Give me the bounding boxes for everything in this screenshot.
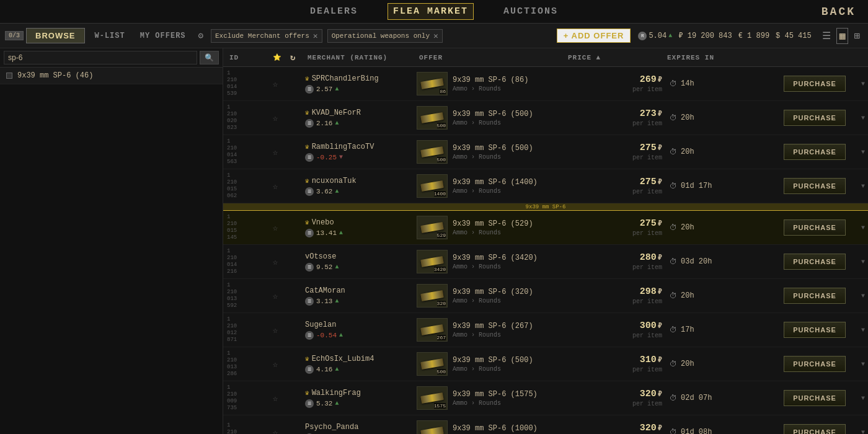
back-button[interactable]: BACK xyxy=(822,6,856,18)
filter-close-merchant[interactable]: ✕ xyxy=(313,31,318,41)
tab-auctions[interactable]: AUCTIONS xyxy=(498,4,563,19)
expires-time: 17h xyxy=(681,326,694,334)
expires-time: 14h xyxy=(681,79,694,88)
purchase-button[interactable]: PURCHASE xyxy=(784,390,846,406)
cell-offer: 86 9x39 mm SP-6 (86) Ammo › Rounds xyxy=(413,69,567,98)
merchant-rating: ☰ 2.57 ▲ xyxy=(305,85,339,94)
favorite-star-icon[interactable]: ☆ xyxy=(273,291,278,301)
rating-icon: ☰ xyxy=(305,229,314,237)
cell-star[interactable]: ☆ xyxy=(267,220,284,236)
price-number: 275 xyxy=(640,177,657,187)
col-expires[interactable]: Expires in xyxy=(663,54,769,61)
search-button[interactable]: 🔍 xyxy=(200,51,219,64)
col-id-label: ID xyxy=(229,54,239,61)
table-row: 1210015062 ☆ ♛ ncuxonaTuk ☰ 3.62 ▲ 1400 xyxy=(223,169,868,203)
expand-arrow-icon[interactable]: ▼ xyxy=(861,259,865,265)
compact-view-icon[interactable]: ⊞ xyxy=(851,28,863,44)
expand-arrow-icon[interactable]: ▼ xyxy=(861,293,865,299)
cell-refresh xyxy=(284,115,301,120)
item-category: Ammo › Rounds xyxy=(453,366,533,373)
expand-arrow-icon[interactable]: ▼ xyxy=(861,224,865,231)
cell-star[interactable]: ☆ xyxy=(267,322,284,338)
col-merchant[interactable]: Merchant (rating) xyxy=(304,54,415,61)
rating-value: 2.16 xyxy=(316,120,332,127)
favorite-star-icon[interactable]: ☆ xyxy=(273,427,278,435)
favorite-star-icon[interactable]: ☆ xyxy=(273,257,278,267)
cell-star[interactable]: ☆ xyxy=(267,76,284,92)
favorite-star-icon[interactable]: ☆ xyxy=(273,325,278,335)
table-row: 1210014216 ☆ vOtsose ☰ 9.52 ▲ 3420 xyxy=(223,245,868,279)
price-number: 269 xyxy=(640,74,657,85)
favorite-star-icon[interactable]: ☆ xyxy=(273,359,278,370)
expand-arrow-icon[interactable]: ▼ xyxy=(861,115,865,122)
expand-arrow-icon[interactable]: ▼ xyxy=(861,395,865,402)
expand-arrow-icon[interactable]: ▼ xyxy=(861,81,865,87)
category-item-sp6[interactable]: 9x39 mm SP-6 (46) xyxy=(0,68,223,84)
cell-star[interactable]: ☆ xyxy=(267,144,284,160)
cell-offer: 1400 9x39 mm SP-6 (1400) Ammo › Rounds xyxy=(413,172,567,200)
purchase-button[interactable]: PURCHASE xyxy=(784,178,846,194)
col-price-label: Price ▲ xyxy=(568,54,601,61)
col-refresh[interactable]: ↻ xyxy=(286,52,304,63)
settings-icon[interactable]: ⚙ xyxy=(196,28,206,43)
purchase-button[interactable]: PURCHASE xyxy=(784,76,846,92)
purchase-button[interactable]: PURCHASE xyxy=(784,356,846,372)
per-item-label: per item xyxy=(632,264,662,271)
expand-arrow-icon[interactable]: ▼ xyxy=(861,327,865,334)
cell-star[interactable]: ☆ xyxy=(267,425,284,435)
item-name: 9x39 mm SP-6 (500) xyxy=(453,144,533,153)
search-input[interactable] xyxy=(4,51,197,64)
cell-star[interactable]: ☆ xyxy=(267,391,284,406)
rating-direction-icon: ▼ xyxy=(339,154,343,161)
expand-arrow-icon[interactable]: ▼ xyxy=(861,361,865,368)
expand-arrow-icon[interactable]: ▼ xyxy=(861,429,865,435)
merchant-name: vOtsose xyxy=(305,252,336,261)
refresh-icon[interactable]: ↻ xyxy=(290,52,296,63)
filter-close-operational[interactable]: ✕ xyxy=(433,31,438,41)
browse-button[interactable]: BROWSE xyxy=(26,28,85,43)
favorite-star-icon[interactable]: ☆ xyxy=(273,181,278,192)
tab-flea-market[interactable]: FLEA MARKET xyxy=(388,3,474,20)
purchase-button[interactable]: PURCHASE xyxy=(784,322,846,338)
cell-star[interactable]: ☆ xyxy=(267,179,284,194)
search-bar: 🔍 xyxy=(0,48,223,68)
cell-star[interactable]: ☆ xyxy=(267,356,284,372)
purchase-button[interactable]: PURCHASE xyxy=(784,424,846,434)
cell-star[interactable]: ☆ xyxy=(267,288,284,304)
table-row: 1210013592 ☆ CatAMoran ☰ 3.13 ▲ 320 xyxy=(223,279,868,313)
purchase-button[interactable]: PURCHASE xyxy=(784,254,846,270)
favorite-star-icon[interactable]: ☆ xyxy=(273,113,278,123)
merchant-rating: ☰ 2.16 ▲ xyxy=(305,119,339,128)
favorite-star-icon[interactable]: ☆ xyxy=(273,147,278,157)
purchase-button[interactable]: PURCHASE xyxy=(784,219,846,236)
wlist-link[interactable]: W-LIST xyxy=(90,29,130,43)
purchase-button[interactable]: PURCHASE xyxy=(784,110,846,126)
rating-icon: ☰ xyxy=(305,365,314,374)
eur-item: € 1 899 xyxy=(738,32,769,40)
purchase-button[interactable]: PURCHASE xyxy=(784,288,846,304)
cell-star[interactable]: ☆ xyxy=(267,110,284,126)
col-offer[interactable]: Offer xyxy=(415,54,564,61)
add-offer-button[interactable]: + ADD OFFER xyxy=(557,29,631,43)
cell-star[interactable]: ☆ xyxy=(267,254,284,270)
grid-view-icon[interactable]: ▦ xyxy=(836,28,849,44)
purchase-button[interactable]: PURCHASE xyxy=(784,144,846,160)
expires-time: 03d 20h xyxy=(681,257,712,266)
list-view-icon[interactable]: ☰ xyxy=(819,28,834,44)
cell-offer: 267 9x39 mm SP-6 (267) Ammo › Rounds xyxy=(413,316,567,344)
cell-merchant: Psycho_Panda ☰ 0.75 ▲ xyxy=(301,420,413,435)
price-value: 275 ₽ xyxy=(640,177,662,187)
my-offers-link[interactable]: MY OFFERS xyxy=(135,29,191,43)
favorite-star-icon[interactable]: ☆ xyxy=(273,393,278,404)
rating-direction-icon: ▲ xyxy=(335,264,339,270)
price-value: 320 ₽ xyxy=(640,423,662,433)
col-price[interactable]: Price ▲ xyxy=(564,54,663,61)
expand-arrow-icon[interactable]: ▼ xyxy=(861,183,865,190)
favorite-star-icon[interactable]: ☆ xyxy=(273,79,278,89)
tab-dealers[interactable]: DEALERS xyxy=(305,4,363,19)
crown-icon: ♛ xyxy=(305,355,309,363)
expand-arrow-icon[interactable]: ▼ xyxy=(861,149,865,156)
id-num: 1 xyxy=(227,316,230,323)
cell-expires: ⏱ 20h xyxy=(666,145,771,159)
favorite-star-icon[interactable]: ☆ xyxy=(273,223,278,233)
